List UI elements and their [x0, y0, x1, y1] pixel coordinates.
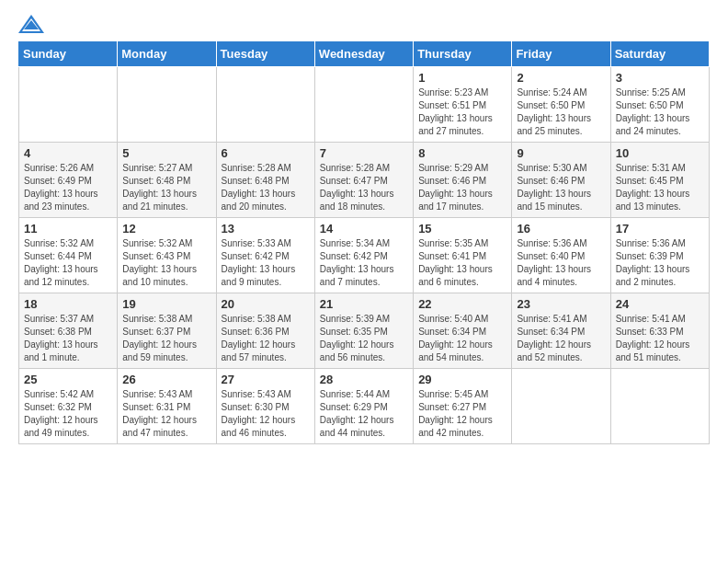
day-cell: 12Sunrise: 5:32 AM Sunset: 6:43 PM Dayli…: [118, 218, 216, 293]
day-number: 10: [616, 146, 704, 160]
day-number: 24: [616, 297, 704, 311]
day-info: Sunrise: 5:28 AM Sunset: 6:48 PM Dayligh…: [222, 162, 310, 213]
day-cell: 16Sunrise: 5:36 AM Sunset: 6:40 PM Dayli…: [512, 218, 610, 293]
day-cell: [314, 67, 413, 143]
day-info: Sunrise: 5:32 AM Sunset: 6:43 PM Dayligh…: [122, 237, 210, 289]
day-info: Sunrise: 5:34 AM Sunset: 6:42 PM Dayligh…: [320, 237, 408, 289]
logo: [18, 15, 48, 33]
day-cell: 11Sunrise: 5:32 AM Sunset: 6:44 PM Dayli…: [19, 218, 118, 293]
day-info: Sunrise: 5:43 AM Sunset: 6:31 PM Dayligh…: [122, 388, 210, 440]
day-info: Sunrise: 5:41 AM Sunset: 6:33 PM Dayligh…: [616, 313, 704, 364]
day-cell: 8Sunrise: 5:29 AM Sunset: 6:46 PM Daylig…: [414, 143, 512, 218]
day-cell: 15Sunrise: 5:35 AM Sunset: 6:41 PM Dayli…: [414, 218, 512, 293]
day-cell: [118, 67, 216, 143]
day-cell: 3Sunrise: 5:25 AM Sunset: 6:50 PM Daylig…: [610, 67, 709, 143]
header-cell-monday: Monday: [118, 41, 216, 67]
day-cell: [19, 67, 118, 143]
day-info: Sunrise: 5:28 AM Sunset: 6:47 PM Dayligh…: [320, 162, 408, 213]
day-cell: [512, 369, 610, 444]
week-row-4: 18Sunrise: 5:37 AM Sunset: 6:38 PM Dayli…: [19, 293, 710, 369]
day-cell: 27Sunrise: 5:43 AM Sunset: 6:30 PM Dayli…: [216, 369, 314, 444]
day-number: 26: [122, 373, 210, 386]
day-number: 21: [320, 297, 408, 311]
day-info: Sunrise: 5:42 AM Sunset: 6:32 PM Dayligh…: [24, 388, 112, 440]
day-info: Sunrise: 5:44 AM Sunset: 6:29 PM Dayligh…: [320, 388, 408, 440]
day-cell: 29Sunrise: 5:45 AM Sunset: 6:27 PM Dayli…: [414, 369, 512, 444]
calendar-table: SundayMondayTuesdayWednesdayThursdayFrid…: [18, 40, 710, 444]
day-number: 6: [222, 146, 310, 160]
day-info: Sunrise: 5:30 AM Sunset: 6:46 PM Dayligh…: [517, 162, 605, 213]
day-number: 22: [418, 297, 506, 311]
calendar-body: 1Sunrise: 5:23 AM Sunset: 6:51 PM Daylig…: [19, 67, 710, 444]
day-cell: 22Sunrise: 5:40 AM Sunset: 6:34 PM Dayli…: [414, 293, 512, 369]
day-info: Sunrise: 5:24 AM Sunset: 6:50 PM Dayligh…: [517, 86, 605, 138]
logo-icon: [18, 15, 44, 33]
day-info: Sunrise: 5:38 AM Sunset: 6:37 PM Dayligh…: [122, 313, 210, 364]
day-cell: 10Sunrise: 5:31 AM Sunset: 6:45 PM Dayli…: [610, 143, 709, 218]
day-cell: 1Sunrise: 5:23 AM Sunset: 6:51 PM Daylig…: [414, 67, 512, 143]
day-info: Sunrise: 5:36 AM Sunset: 6:40 PM Dayligh…: [517, 237, 605, 289]
day-number: 19: [122, 297, 210, 311]
day-cell: 9Sunrise: 5:30 AM Sunset: 6:46 PM Daylig…: [512, 143, 610, 218]
day-info: Sunrise: 5:23 AM Sunset: 6:51 PM Dayligh…: [418, 86, 506, 138]
header-cell-thursday: Thursday: [414, 41, 512, 67]
day-number: 5: [122, 146, 210, 160]
day-cell: 24Sunrise: 5:41 AM Sunset: 6:33 PM Dayli…: [610, 293, 709, 369]
day-info: Sunrise: 5:40 AM Sunset: 6:34 PM Dayligh…: [418, 313, 506, 364]
header-cell-friday: Friday: [512, 41, 610, 67]
day-info: Sunrise: 5:26 AM Sunset: 6:49 PM Dayligh…: [24, 162, 112, 213]
day-cell: 26Sunrise: 5:43 AM Sunset: 6:31 PM Dayli…: [118, 369, 216, 444]
week-row-1: 1Sunrise: 5:23 AM Sunset: 6:51 PM Daylig…: [19, 67, 710, 143]
day-info: Sunrise: 5:31 AM Sunset: 6:45 PM Dayligh…: [616, 162, 704, 213]
page-header: [18, 15, 710, 33]
day-info: Sunrise: 5:32 AM Sunset: 6:44 PM Dayligh…: [24, 237, 112, 289]
day-number: 1: [418, 71, 506, 85]
day-info: Sunrise: 5:38 AM Sunset: 6:36 PM Dayligh…: [222, 313, 310, 364]
day-cell: 7Sunrise: 5:28 AM Sunset: 6:47 PM Daylig…: [314, 143, 413, 218]
day-cell: 28Sunrise: 5:44 AM Sunset: 6:29 PM Dayli…: [314, 369, 413, 444]
day-number: 14: [320, 222, 408, 236]
day-number: 9: [517, 146, 605, 160]
day-info: Sunrise: 5:27 AM Sunset: 6:48 PM Dayligh…: [122, 162, 210, 213]
day-cell: 6Sunrise: 5:28 AM Sunset: 6:48 PM Daylig…: [216, 143, 314, 218]
day-info: Sunrise: 5:45 AM Sunset: 6:27 PM Dayligh…: [418, 388, 506, 440]
week-row-2: 4Sunrise: 5:26 AM Sunset: 6:49 PM Daylig…: [19, 143, 710, 218]
day-cell: [216, 67, 314, 143]
day-cell: 17Sunrise: 5:36 AM Sunset: 6:39 PM Dayli…: [610, 218, 709, 293]
day-number: 13: [222, 222, 310, 236]
day-info: Sunrise: 5:41 AM Sunset: 6:34 PM Dayligh…: [517, 313, 605, 364]
day-info: Sunrise: 5:25 AM Sunset: 6:50 PM Dayligh…: [616, 86, 704, 138]
day-number: 29: [418, 373, 506, 386]
day-info: Sunrise: 5:35 AM Sunset: 6:41 PM Dayligh…: [418, 237, 506, 289]
day-info: Sunrise: 5:39 AM Sunset: 6:35 PM Dayligh…: [320, 313, 408, 364]
day-cell: 19Sunrise: 5:38 AM Sunset: 6:37 PM Dayli…: [118, 293, 216, 369]
day-number: 27: [222, 373, 310, 386]
week-row-3: 11Sunrise: 5:32 AM Sunset: 6:44 PM Dayli…: [19, 218, 710, 293]
day-number: 20: [222, 297, 310, 311]
day-cell: 2Sunrise: 5:24 AM Sunset: 6:50 PM Daylig…: [512, 67, 610, 143]
day-info: Sunrise: 5:43 AM Sunset: 6:30 PM Dayligh…: [222, 388, 310, 440]
header-row: SundayMondayTuesdayWednesdayThursdayFrid…: [19, 41, 710, 67]
day-cell: 20Sunrise: 5:38 AM Sunset: 6:36 PM Dayli…: [216, 293, 314, 369]
day-info: Sunrise: 5:33 AM Sunset: 6:42 PM Dayligh…: [222, 237, 310, 289]
header-cell-saturday: Saturday: [610, 41, 709, 67]
day-number: 28: [320, 373, 408, 386]
day-number: 7: [320, 146, 408, 160]
day-number: 8: [418, 146, 506, 160]
header-cell-wednesday: Wednesday: [314, 41, 413, 67]
day-info: Sunrise: 5:37 AM Sunset: 6:38 PM Dayligh…: [24, 313, 112, 364]
week-row-5: 25Sunrise: 5:42 AM Sunset: 6:32 PM Dayli…: [19, 369, 710, 444]
day-cell: 4Sunrise: 5:26 AM Sunset: 6:49 PM Daylig…: [19, 143, 118, 218]
day-cell: 25Sunrise: 5:42 AM Sunset: 6:32 PM Dayli…: [19, 369, 118, 444]
day-number: 4: [24, 146, 112, 160]
day-info: Sunrise: 5:29 AM Sunset: 6:46 PM Dayligh…: [418, 162, 506, 213]
calendar-header: SundayMondayTuesdayWednesdayThursdayFrid…: [19, 41, 710, 67]
day-cell: 13Sunrise: 5:33 AM Sunset: 6:42 PM Dayli…: [216, 218, 314, 293]
header-cell-tuesday: Tuesday: [216, 41, 314, 67]
day-number: 11: [24, 222, 112, 236]
day-number: 25: [24, 373, 112, 386]
day-number: 18: [24, 297, 112, 311]
day-number: 2: [517, 71, 605, 85]
day-cell: 18Sunrise: 5:37 AM Sunset: 6:38 PM Dayli…: [19, 293, 118, 369]
day-number: 3: [616, 71, 704, 85]
